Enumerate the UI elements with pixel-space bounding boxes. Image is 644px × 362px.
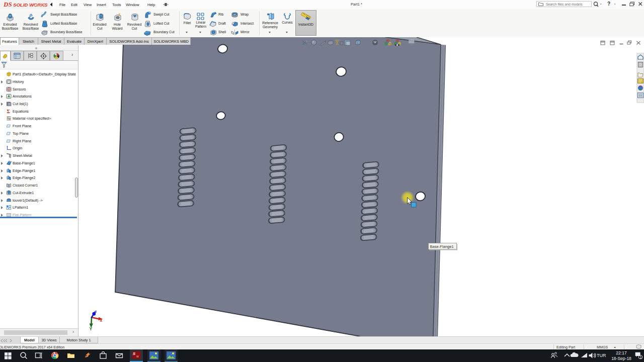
- svg-text:WORKS: WORKS: [29, 2, 48, 8]
- svg-text:SOLID: SOLID: [13, 2, 28, 8]
- svg-text:1: 1: [640, 355, 642, 359]
- svg-text:DS: DS: [3, 1, 12, 8]
- svg-text:nd: nd: [233, 14, 235, 16]
- svg-text:W: W: [136, 355, 139, 358]
- svg-text:A: A: [8, 95, 10, 98]
- svg-text:Y: Y: [90, 326, 93, 331]
- svg-text:Σ: Σ: [7, 109, 10, 114]
- svg-text:x: x: [100, 318, 103, 323]
- svg-text:z: z: [95, 309, 97, 314]
- svg-text:Base-Flange1: Base-Flange1: [430, 244, 454, 249]
- svg-text:S: S: [133, 351, 135, 356]
